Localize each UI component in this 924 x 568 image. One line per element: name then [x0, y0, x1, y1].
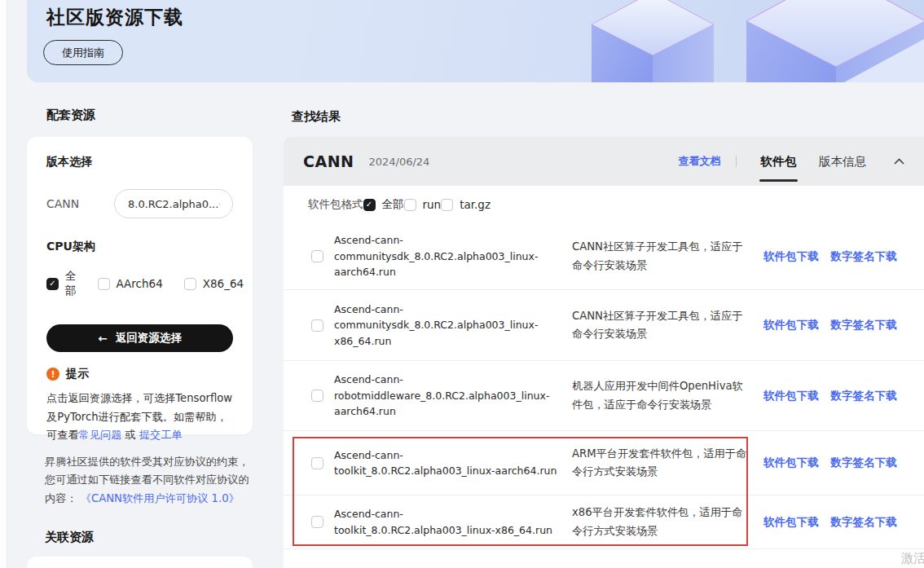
- package-row: Ascend-cann-communitysdk_8.0.RC2.alpha00…: [284, 223, 924, 290]
- checkbox-option[interactable]: tar.gz: [441, 198, 491, 211]
- checkbox-label: tar.gz: [460, 198, 491, 211]
- search-results-heading: 查找结果: [292, 109, 341, 125]
- checkbox-label: run: [423, 198, 442, 211]
- user-guide-button[interactable]: 使用指南: [43, 40, 123, 65]
- package-row: Ascend-cann-communitysdk_8.0.RC2.alpha00…: [284, 290, 924, 361]
- release-date: 2024/06/24: [368, 156, 429, 168]
- cpu-arch-label: CPU架构: [46, 240, 233, 254]
- checkbox-option[interactable]: run: [404, 198, 442, 211]
- back-to-resource-button[interactable]: ← 返回资源选择: [46, 324, 233, 352]
- signature-download-link[interactable]: 数字签名下载: [831, 249, 897, 264]
- checkbox[interactable]: [184, 278, 196, 290]
- related-resources-heading: 关联资源: [45, 530, 94, 545]
- package-name: Ascend-cann-toolkit_8.0.RC2.alpha003_lin…: [334, 506, 562, 538]
- tip-text-or: 或: [121, 429, 139, 441]
- package-row: Ascend-cann-robotmiddleware_8.0.RC2.alph…: [284, 361, 924, 431]
- submit-ticket-link[interactable]: 提交工单: [139, 429, 183, 441]
- package-row: Ascend-cann-toolkit_8.0.RC2.alpha003_lin…: [284, 431, 924, 495]
- page-left-gutter: [0, 0, 7, 568]
- arrow-left-icon: ←: [98, 332, 107, 345]
- tab-version-info[interactable]: 版本信息: [807, 137, 878, 186]
- signature-download-link[interactable]: 数字签名下载: [831, 389, 897, 403]
- package-format-label: 软件包格式: [308, 197, 363, 212]
- signature-download-link[interactable]: 数字签名下载: [831, 318, 897, 332]
- package-description: CANN社区算子开发工具包，适应于命令行安装场景: [572, 238, 750, 275]
- view-docs-link[interactable]: 查看文档: [679, 154, 721, 169]
- license-note: 昇腾社区提供的软件受其对应协议的约束，您可通过如下链接查看不同软件对应协议的内容…: [45, 453, 258, 508]
- checkbox-label: X86_64: [203, 277, 244, 290]
- package-description: CANN社区算子开发工具包，适应于命令行安装场景: [572, 307, 750, 344]
- package-download-link[interactable]: 软件包下载: [763, 318, 819, 332]
- package-name: Ascend-cann-toolkit_8.0.RC2.alpha003_lin…: [334, 447, 562, 479]
- vertical-divider: [736, 156, 737, 167]
- cann-results-card: CANN 2024/06/24 查看文档 软件包 版本信息 软件包格式 全部 r…: [284, 137, 924, 568]
- page-banner: 社区版资源下载 使用指南: [27, 0, 924, 82]
- row-checkbox[interactable]: [311, 516, 323, 528]
- package-table: Ascend-cann-communitysdk_8.0.RC2.alpha00…: [284, 223, 924, 549]
- faq-link[interactable]: 常见问题: [79, 429, 122, 441]
- package-description: 机器人应用开发中间件OpenHiva软件包，适应于命令行安装场景: [572, 377, 750, 414]
- companion-resources-heading: 配套资源: [46, 108, 95, 123]
- cubes-illustration: [541, 0, 924, 82]
- page-title: 社区版资源下载: [46, 5, 183, 30]
- checkbox[interactable]: [441, 199, 453, 211]
- tip-title: 提示: [66, 367, 89, 381]
- version-dropdown[interactable]: 8.0.RC2.alpha0...: [114, 189, 233, 218]
- checkbox[interactable]: [404, 199, 416, 211]
- collapse-button[interactable]: [894, 158, 904, 165]
- row-checkbox[interactable]: [311, 457, 323, 469]
- version-filter-card: 版本选择 CANN 8.0.RC2.alpha0... CPU架构 全部 AAr…: [27, 137, 253, 434]
- package-row: Ascend-cann-toolkit_8.0.RC2.alpha003_lin…: [284, 495, 924, 549]
- package-name: Ascend-cann-communitysdk_8.0.RC2.alpha00…: [334, 232, 562, 280]
- checkbox-option[interactable]: 全部: [46, 269, 77, 298]
- package-description: x86平台开发套件软件包，适用于命令行方式安装场景: [572, 504, 750, 540]
- checkbox-option[interactable]: AArch64: [98, 277, 163, 290]
- activate-watermark: 激活: [901, 551, 924, 566]
- signature-download-link[interactable]: 数字签名下载: [831, 456, 897, 470]
- chevron-down-icon: [218, 201, 221, 207]
- package-download-link[interactable]: 软件包下载: [763, 389, 819, 403]
- product-label: CANN: [46, 197, 79, 210]
- checkbox[interactable]: [46, 278, 59, 290]
- checkbox-label: 全部: [382, 197, 404, 212]
- results-card-header: CANN 2024/06/24 查看文档 软件包 版本信息: [284, 137, 924, 186]
- row-checkbox[interactable]: [311, 250, 323, 262]
- related-resources-card: [27, 557, 253, 568]
- chevron-up-icon: [894, 158, 904, 165]
- version-dropdown-value: 8.0.RC2.alpha0...: [128, 198, 218, 210]
- package-name: Ascend-cann-robotmiddleware_8.0.RC2.alph…: [334, 372, 562, 419]
- tip-paragraph: 点击返回资源选择，可选择Tensorflow及PyTorch进行配套下载。如需帮…: [46, 390, 235, 445]
- cpu-arch-options: 全部 AArch64 X86_64: [46, 269, 233, 298]
- package-description: ARM平台开发套件软件包，适用于命令行方式安装场景: [572, 445, 750, 482]
- tab-software-package[interactable]: 软件包: [750, 137, 808, 186]
- version-select-label: 版本选择: [46, 155, 233, 170]
- package-name: Ascend-cann-communitysdk_8.0.RC2.alpha00…: [334, 302, 562, 349]
- checkbox-option[interactable]: 全部: [363, 197, 404, 212]
- checkbox-label: 全部: [65, 269, 77, 298]
- package-download-link[interactable]: 软件包下载: [763, 456, 819, 470]
- back-button-label: 返回资源选择: [116, 331, 182, 346]
- alert-icon: !: [46, 368, 59, 381]
- checkbox-label: AArch64: [117, 277, 163, 290]
- package-download-link[interactable]: 软件包下载: [763, 515, 819, 530]
- package-format-filter: 软件包格式 全部 run tar.gz: [284, 186, 924, 223]
- checkbox[interactable]: [363, 199, 376, 211]
- row-checkbox[interactable]: [311, 390, 323, 402]
- checkbox-option[interactable]: X86_64: [184, 277, 244, 290]
- signature-download-link[interactable]: 数字签名下载: [831, 515, 897, 530]
- checkbox[interactable]: [98, 278, 110, 290]
- package-download-link[interactable]: 软件包下载: [763, 249, 819, 264]
- license-agreement-link[interactable]: 《CANN软件用户许可协议 1.0》: [81, 492, 240, 504]
- package-group-name: CANN: [303, 152, 354, 170]
- row-checkbox[interactable]: [311, 319, 323, 332]
